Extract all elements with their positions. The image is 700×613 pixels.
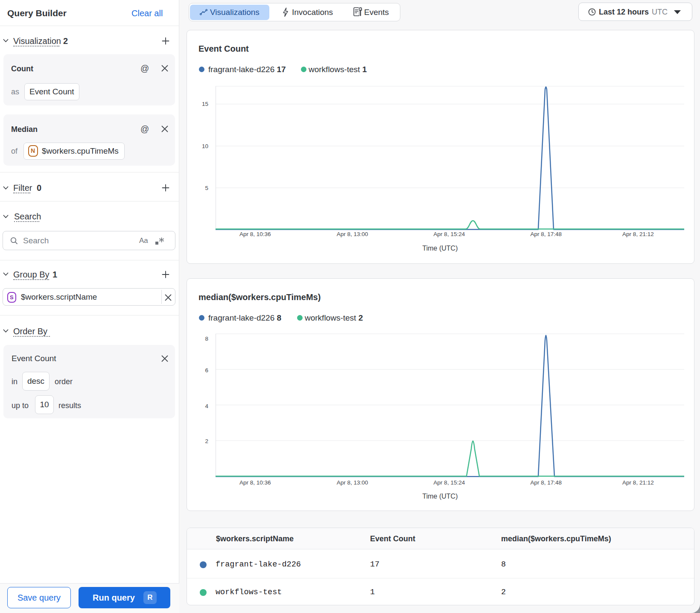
svg-text:8: 8	[205, 336, 208, 342]
svg-text:Apr 8, 15:24: Apr 8, 15:24	[434, 479, 465, 486]
svg-text:Apr 8, 15:24: Apr 8, 15:24	[434, 231, 465, 237]
svg-text:Apr 8, 17:48: Apr 8, 17:48	[531, 479, 562, 486]
svg-text:Apr 8, 21:12: Apr 8, 21:12	[622, 231, 654, 237]
svg-text:Apr 8, 13:00: Apr 8, 13:00	[337, 231, 368, 237]
svg-text:Apr 8, 17:48: Apr 8, 17:48	[531, 231, 562, 237]
svg-text:2: 2	[205, 438, 208, 444]
svg-text:Time (UTC): Time (UTC)	[423, 493, 458, 500]
svg-text:Time (UTC): Time (UTC)	[423, 245, 458, 252]
svg-text:Apr 8, 10:36: Apr 8, 10:36	[239, 479, 271, 486]
svg-text:15: 15	[202, 101, 208, 107]
svg-text:10: 10	[202, 143, 208, 149]
svg-text:6: 6	[205, 367, 208, 374]
svg-text:Apr 8, 10:36: Apr 8, 10:36	[239, 231, 271, 237]
svg-text:Apr 8, 21:12: Apr 8, 21:12	[622, 479, 654, 486]
svg-text:5: 5	[205, 185, 208, 191]
svg-text:Apr 8, 13:00: Apr 8, 13:00	[337, 479, 368, 486]
svg-text:4: 4	[205, 403, 208, 409]
